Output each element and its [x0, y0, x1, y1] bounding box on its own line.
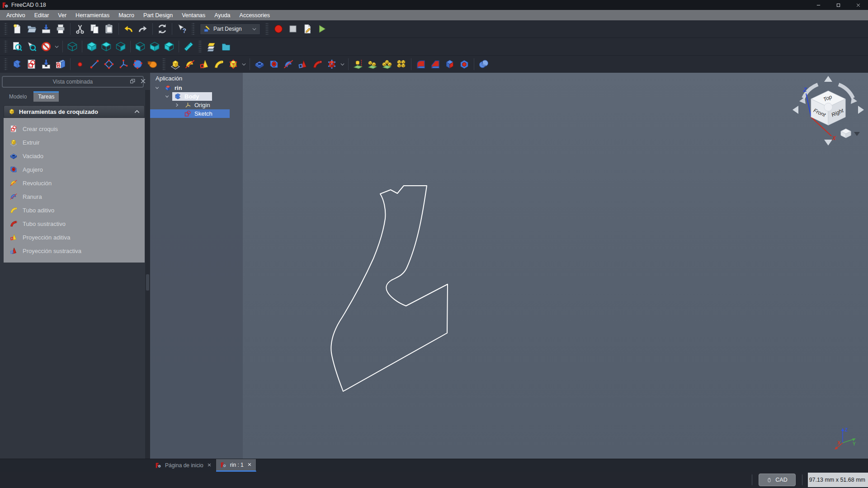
datum-line-button[interactable]	[88, 57, 101, 71]
tool-proyeccion-sustractiva[interactable]: Proyección sustractiva	[4, 244, 145, 258]
hole-button[interactable]	[267, 57, 281, 71]
tool-crear-croquis[interactable]: Crear croquis	[4, 122, 145, 136]
navigation-style-button[interactable]: CAD	[759, 474, 796, 486]
view-right-button[interactable]	[114, 40, 127, 53]
tool-tubo-sustractivo[interactable]: Tubo sustractivo	[4, 217, 145, 230]
new-file-button[interactable]	[10, 22, 24, 36]
macro-record-button[interactable]	[272, 22, 285, 36]
folder-button[interactable]	[219, 40, 233, 53]
whats-this-button[interactable]: ?	[175, 22, 189, 36]
subtractive-loft-button[interactable]	[296, 57, 310, 71]
expander-down-icon[interactable]	[154, 85, 160, 90]
view-front-button[interactable]	[85, 40, 99, 53]
tree-item-sketch[interactable]: Sketch	[150, 109, 230, 118]
view-rear-button[interactable]	[133, 40, 147, 53]
subtractive-primitive-button[interactable]	[325, 57, 339, 71]
panel-scrollbar[interactable]	[145, 90, 150, 459]
paste-button[interactable]	[102, 22, 116, 36]
macro-stop-button[interactable]	[286, 22, 300, 36]
toolbar-grip[interactable]	[162, 58, 165, 70]
expander-down-icon[interactable]	[164, 94, 170, 99]
view-axonometric-button[interactable]	[66, 40, 79, 53]
pad-button[interactable]	[169, 57, 182, 71]
menu-archivo[interactable]: Archivo	[2, 10, 30, 20]
create-body-button[interactable]	[10, 57, 24, 71]
draw-style-button[interactable]	[39, 40, 53, 53]
toolbar-grip[interactable]	[265, 23, 269, 35]
open-file-button[interactable]	[25, 22, 38, 36]
shape-binder-button[interactable]	[131, 57, 145, 71]
tree-item-rin[interactable]: rin	[150, 84, 187, 92]
multitransform-button[interactable]	[395, 57, 408, 71]
menu-editar[interactable]: Editar	[30, 10, 54, 20]
combo-view-titlebar[interactable]: Vista combinada	[2, 76, 144, 88]
macro-edit-button[interactable]	[301, 22, 314, 36]
datum-point-button[interactable]	[73, 57, 87, 71]
subtractive-pipe-button[interactable]	[311, 57, 324, 71]
additive-pipe-button[interactable]	[212, 57, 226, 71]
close-button[interactable]	[848, 0, 868, 10]
view-top-button[interactable]	[99, 40, 113, 53]
view-bottom-button[interactable]	[148, 40, 161, 53]
menu-ver[interactable]: Ver	[53, 10, 71, 20]
draft-button[interactable]	[443, 57, 457, 71]
menu-part-design[interactable]: Part Design	[139, 10, 177, 20]
thickness-button[interactable]	[458, 57, 471, 71]
save-button[interactable]	[39, 22, 53, 36]
macro-play-button[interactable]	[315, 22, 329, 36]
additive-loft-button[interactable]	[198, 57, 211, 71]
appearance-button[interactable]	[205, 40, 218, 53]
document-tab-rin-1[interactable]: rin : 1	[216, 459, 256, 472]
menu-ayuda[interactable]: Ayuda	[210, 10, 235, 20]
chamfer-button[interactable]	[429, 57, 442, 71]
draw-style-dropdown-button[interactable]	[53, 40, 60, 53]
copy-button[interactable]	[88, 22, 101, 36]
tree-item-body[interactable]: Body	[150, 92, 215, 101]
tree-item-origin[interactable]: Origin	[150, 101, 215, 109]
section-header[interactable]: Herramientas de croquizado	[4, 105, 145, 118]
subtractive-primitive-dropdown-button[interactable]	[339, 57, 346, 71]
navigation-cube[interactable]: ZXTopFrontRight	[790, 75, 867, 149]
mirrored-button[interactable]	[351, 57, 365, 71]
additive-primitive-button[interactable]	[226, 57, 240, 71]
fillet-button[interactable]	[414, 57, 428, 71]
toolbar-grip[interactable]	[4, 58, 7, 70]
tool-tubo-aditivo[interactable]: Tubo aditivo	[4, 203, 145, 217]
cut-button[interactable]	[73, 22, 87, 36]
refresh-button[interactable]	[156, 22, 169, 36]
toolbar-grip[interactable]	[4, 23, 7, 35]
tool-vaciado[interactable]: Vaciado	[4, 149, 145, 163]
menu-accessories[interactable]: Accessories	[235, 10, 274, 20]
workbench-selector[interactable]: Part Design	[200, 23, 260, 35]
3d-viewport[interactable]: Aplicación rinBodyOriginSketch ZXTopFron…	[150, 73, 868, 459]
measure-distance-button[interactable]	[182, 40, 195, 53]
redo-button[interactable]	[136, 22, 150, 36]
local-coordinate-system-button[interactable]	[117, 57, 130, 71]
document-tab-pagina-de-inicio[interactable]: Página de inicio	[151, 459, 216, 472]
tab-modelo[interactable]: Modelo	[5, 92, 31, 102]
fit-selection-button[interactable]	[25, 40, 38, 53]
toolbar-grip[interactable]	[198, 41, 202, 52]
boolean-button[interactable]	[477, 57, 491, 71]
tool-revolucion[interactable]: Revolución	[4, 176, 145, 190]
menu-herramientas[interactable]: Herramientas	[71, 10, 114, 20]
minimize-button[interactable]	[808, 0, 828, 10]
menu-ventanas[interactable]: Ventanas	[177, 10, 210, 20]
undo-button[interactable]	[122, 22, 135, 36]
toolbar-grip[interactable]	[192, 23, 195, 35]
pocket-button[interactable]	[253, 57, 266, 71]
close-panel-button[interactable]	[139, 77, 147, 85]
additive-primitive-dropdown-button[interactable]	[241, 57, 247, 71]
view-left-button[interactable]	[162, 40, 176, 53]
maximize-button[interactable]	[828, 0, 848, 10]
tool-ranura[interactable]: Ranura	[4, 190, 145, 203]
clone-button[interactable]	[146, 57, 159, 71]
datum-plane-button[interactable]	[102, 57, 116, 71]
float-panel-button[interactable]	[128, 77, 137, 85]
polar-pattern-button[interactable]	[380, 57, 394, 71]
tab-tareas[interactable]: Tareas	[33, 91, 59, 102]
menu-macro[interactable]: Macro	[114, 10, 139, 20]
tool-proyeccion-aditiva[interactable]: Proyección aditiva	[4, 230, 145, 244]
groove-button[interactable]	[282, 57, 295, 71]
edit-sketch-button[interactable]	[39, 57, 53, 71]
